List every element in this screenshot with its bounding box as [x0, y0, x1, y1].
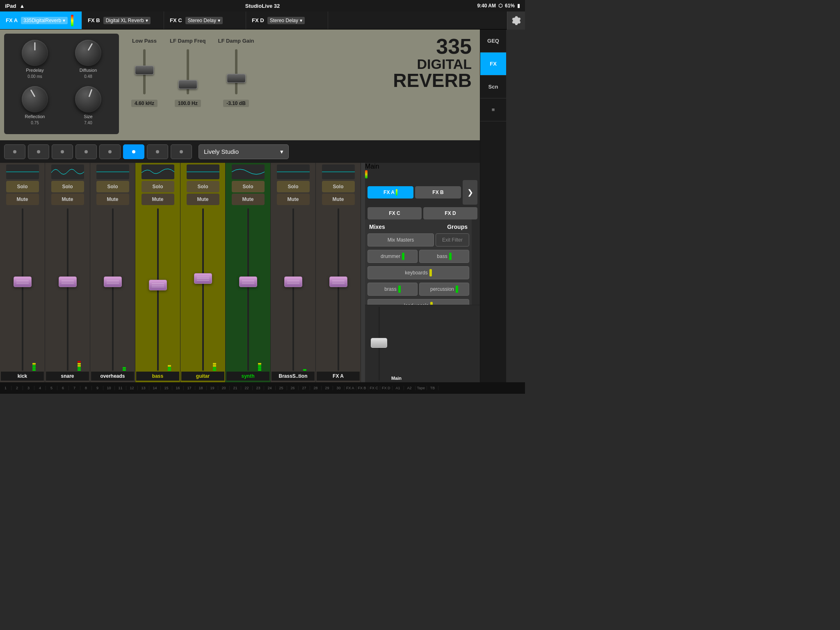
bass-fader-area — [142, 208, 174, 371]
fx-btn[interactable]: FX — [480, 52, 506, 75]
preset-6[interactable] — [123, 144, 144, 159]
preset-7[interactable] — [147, 144, 168, 159]
fxb-mix-btn[interactable]: FX B — [415, 186, 461, 199]
bass-level-meter — [168, 208, 171, 371]
low-pass-thumb[interactable] — [135, 66, 154, 75]
kick-channel-name: kick — [1, 372, 44, 381]
lead-vocals-btn[interactable]: lead vocals — [368, 299, 469, 305]
fx-tabs: FX A 335DigitalReverb ▾ FX B Digital XL … — [0, 11, 525, 30]
brass-percussion-row: brass percussion — [368, 283, 469, 296]
preset-1[interactable] — [4, 144, 25, 159]
fxa-mix-btn[interactable]: FX A — [368, 186, 413, 199]
synth-solo-btn[interactable]: Solo — [232, 181, 265, 192]
fxa-channel-name: FX A — [317, 372, 360, 381]
snare-mute-btn[interactable]: Mute — [51, 194, 84, 205]
preset-dropdown[interactable]: Lively Studio ▾ — [199, 144, 289, 159]
lf-damp-freq-group: LF Damp Freq 100.0 Hz — [170, 38, 205, 107]
fxa-solo-btn[interactable]: Solo — [322, 181, 355, 192]
menu-btn[interactable]: ≡ — [480, 98, 506, 121]
mix-masters-btn[interactable]: Mix Masters — [368, 233, 434, 247]
ch-num-7: 7 — [69, 386, 80, 390]
brass-waveform — [277, 164, 310, 179]
nav-arrow-btn[interactable]: ❯ — [463, 180, 477, 205]
diffusion-knob-group: Diffusion 0.48 — [64, 40, 113, 82]
fx-b-label: FX B — [88, 17, 100, 23]
brass-solo-btn[interactable]: Solo — [277, 181, 310, 192]
snare-fader-handle[interactable] — [59, 276, 77, 287]
synth-mute-btn[interactable]: Mute — [232, 194, 265, 205]
drummer-btn[interactable]: drummer — [368, 250, 418, 263]
time-display: 9:40 AM — [477, 3, 496, 9]
fxa-fader-handle[interactable] — [329, 276, 347, 287]
predelay-knob-group: Predelay 0.00 ms — [10, 40, 59, 82]
bass-solo-btn[interactable]: Solo — [142, 181, 174, 192]
kick-fader-handle[interactable] — [14, 276, 32, 287]
lf-damp-freq-thumb[interactable] — [178, 80, 197, 89]
main-label-area: Main — [365, 163, 480, 178]
low-pass-label: Low Pass — [132, 38, 157, 44]
bass-fader-handle[interactable] — [149, 280, 167, 290]
fx-tab-a[interactable]: FX A 335DigitalReverb ▾ — [0, 11, 82, 29]
preset-4[interactable] — [75, 144, 97, 159]
synth-fader-handle[interactable] — [239, 276, 257, 287]
keyboards-btn[interactable]: keyboards — [368, 266, 469, 279]
bass-fader-track — [157, 208, 159, 371]
mixes-tab[interactable]: Mixes — [369, 224, 385, 230]
guitar-waveform — [187, 164, 219, 179]
kick-solo-btn[interactable]: Solo — [6, 181, 39, 192]
ch-num-16: 16 — [172, 386, 184, 390]
reverb-section: Predelay 0.00 ms Diffusion 0.48 Reflecti… — [0, 30, 480, 140]
kick-mute-btn[interactable]: Mute — [6, 194, 39, 205]
bass-mute-btn[interactable]: Mute — [142, 194, 174, 205]
exit-filter-btn[interactable]: Exit Filter — [436, 233, 469, 247]
lf-damp-gain-thumb[interactable] — [227, 74, 246, 83]
fxa-mute-btn[interactable]: Mute — [322, 194, 355, 205]
size-knob[interactable] — [71, 82, 105, 116]
channels-area: Solo Mute — [0, 163, 365, 382]
reflection-knob[interactable] — [22, 86, 48, 112]
fxc-mix-btn[interactable]: FX C — [368, 207, 422, 219]
overheads-fader-area — [96, 208, 129, 371]
guitar-solo-btn[interactable]: Solo — [187, 181, 219, 192]
fx-tab-b[interactable]: FX B Digital XL Reverb ▾ — [82, 11, 164, 29]
brass-fader-handle[interactable] — [284, 276, 302, 287]
overheads-mute-btn[interactable]: Mute — [96, 194, 129, 205]
kick-meter-bar — [32, 369, 36, 371]
kick-fader-line-2 — [16, 282, 29, 282]
fxa-fader-track — [338, 208, 339, 371]
preset-8[interactable] — [171, 144, 192, 159]
overheads-fader-handle[interactable] — [104, 276, 122, 287]
overheads-solo-btn[interactable]: Solo — [96, 181, 129, 192]
guitar-mute-btn[interactable]: Mute — [187, 194, 219, 205]
fx-tab-c[interactable]: FX C Stereo Delay ▾ — [164, 11, 246, 29]
diffusion-knob[interactable] — [75, 40, 101, 66]
channel-guitar: Solo Mute — [180, 163, 226, 382]
scn-btn[interactable]: Scn — [480, 75, 506, 98]
brass-mix-btn[interactable]: brass — [368, 283, 418, 296]
mixer-section: Solo Mute — [0, 163, 480, 382]
fxd-mix-btn[interactable]: FX D — [423, 207, 477, 219]
preset-3[interactable] — [52, 144, 73, 159]
geq-btn[interactable]: GEQ — [480, 30, 506, 52]
preset-2[interactable] — [28, 144, 49, 159]
status-bar: iPad ▲ StudioLive 32 9:40 AM ⬡ 61% ▮ — [0, 0, 525, 11]
main-fader-handle[interactable] — [371, 338, 387, 348]
ch-fxc-num: FX C — [368, 386, 381, 390]
guitar-fader-handle[interactable] — [194, 273, 212, 284]
predelay-knob[interactable] — [22, 40, 48, 66]
gear-button[interactable] — [507, 11, 525, 30]
ch-num-29: 29 — [322, 386, 333, 390]
preset-5[interactable] — [99, 144, 121, 159]
fx-tab-d[interactable]: FX D Stereo Delay ▾ — [246, 11, 328, 29]
channel-fxa: Solo Mute F — [316, 163, 361, 382]
channel-synth: Solo Mute — [226, 163, 271, 382]
brass-mute-btn[interactable]: Mute — [277, 194, 310, 205]
percussion-btn[interactable]: percussion — [419, 283, 469, 296]
groups-tab[interactable]: Groups — [447, 224, 468, 230]
snare-solo-btn[interactable]: Solo — [51, 181, 84, 192]
mixes-header: Mixes Groups — [368, 222, 469, 232]
keyboards-label: keyboards — [405, 270, 427, 276]
main-text: Main — [365, 163, 379, 170]
ch-num-22: 22 — [241, 386, 253, 390]
bass-mix-btn[interactable]: bass — [419, 250, 469, 263]
